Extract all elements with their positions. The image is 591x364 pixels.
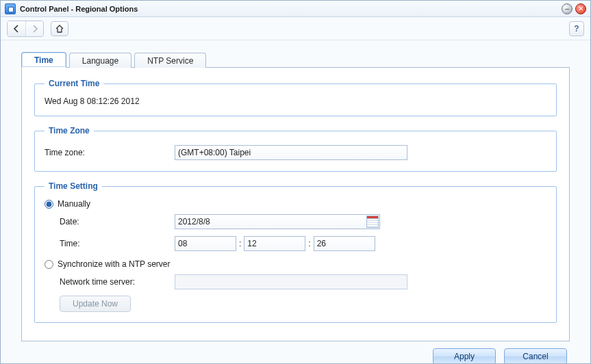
- arrow-right-icon: [31, 25, 39, 33]
- help-button[interactable]: ?: [569, 21, 584, 36]
- fieldset-current-time: Current Time Wed Aug 8 08:12:26 2012: [34, 79, 557, 116]
- label-ntp-server: Network time server:: [60, 277, 175, 287]
- select-ntp-server[interactable]: [175, 274, 407, 289]
- select-time-zone[interactable]: (GMT+08:00) Taipei: [175, 145, 407, 160]
- window-controls: – ✕: [562, 3, 586, 14]
- nav-group: [7, 21, 44, 37]
- window: Control Panel - Regional Options – ✕ ? T…: [0, 0, 591, 364]
- time-sep-1: :: [236, 239, 244, 248]
- legend-current-time: Current Time: [45, 79, 103, 88]
- current-time-value: Wed Aug 8 08:12:26 2012: [45, 96, 546, 106]
- radio-manually[interactable]: [45, 200, 53, 209]
- fieldset-time-setting: Time Setting Manually Date: Time: 08 :: [34, 181, 557, 323]
- select-hour[interactable]: 08: [175, 236, 236, 251]
- home-icon: [55, 24, 64, 34]
- back-button[interactable]: [8, 21, 25, 36]
- forward-button[interactable]: [25, 21, 43, 36]
- toolbar: ?: [1, 17, 590, 40]
- window-title: Control Panel - Regional Options: [20, 5, 138, 13]
- label-date: Date:: [60, 217, 175, 226]
- home-button[interactable]: [51, 21, 68, 36]
- app-icon: [5, 3, 16, 14]
- button-row: Apply Cancel: [21, 341, 570, 363]
- calendar-icon[interactable]: [366, 216, 379, 228]
- tab-language[interactable]: Language: [69, 53, 131, 68]
- fieldset-time-zone: Time Zone Time zone: (GMT+08:00) Taipei: [34, 126, 557, 172]
- radio-ntp[interactable]: [45, 260, 53, 269]
- select-minute[interactable]: 12: [244, 236, 305, 251]
- tabs: Time Language NTP Service: [21, 51, 570, 68]
- close-button[interactable]: ✕: [575, 3, 586, 14]
- label-time: Time:: [60, 239, 175, 248]
- tab-sheet-time: Current Time Wed Aug 8 08:12:26 2012 Tim…: [21, 68, 570, 341]
- select-second[interactable]: 26: [314, 236, 375, 251]
- label-manually: Manually: [58, 199, 90, 209]
- minimize-button[interactable]: –: [562, 3, 573, 14]
- titlebar: Control Panel - Regional Options – ✕: [1, 1, 590, 17]
- input-date[interactable]: [175, 214, 380, 229]
- tab-time[interactable]: Time: [21, 52, 66, 68]
- apply-button[interactable]: Apply: [433, 348, 496, 363]
- legend-time-setting: Time Setting: [45, 181, 102, 191]
- arrow-left-icon: [12, 25, 21, 33]
- tab-ntp-service[interactable]: NTP Service: [134, 53, 206, 68]
- legend-time-zone: Time Zone: [45, 126, 94, 135]
- time-sep-2: :: [305, 239, 313, 248]
- content: Time Language NTP Service Current Time W…: [1, 40, 590, 363]
- cancel-button[interactable]: Cancel: [504, 348, 567, 363]
- label-ntp: Synchronize with a NTP server: [58, 259, 171, 269]
- update-now-button[interactable]: Update Now: [60, 296, 131, 312]
- label-time-zone: Time zone:: [45, 148, 175, 157]
